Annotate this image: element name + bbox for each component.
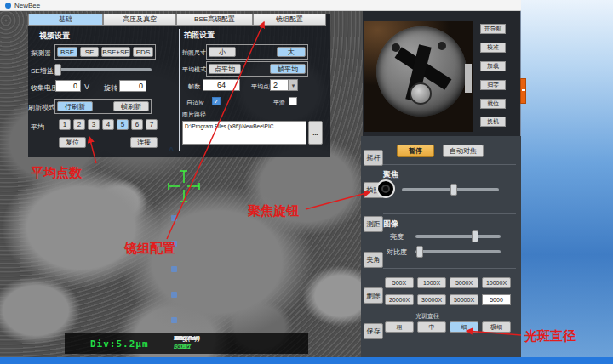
brightness-slider[interactable] [415,235,501,238]
taskbar[interactable] [0,357,613,364]
joystick-button[interactable]: 摇杆 [364,150,383,166]
window-titlebar[interactable]: NewBee [0,0,521,11]
mag-30000x-button[interactable]: 30000X [417,294,446,305]
measure-button[interactable]: 测距 [364,216,383,232]
avg-mode-frame-button[interactable]: 帧平均 [270,64,306,74]
contrast-slider[interactable] [415,250,501,253]
annotation-avg-points: 平均点数 [31,165,82,181]
crosshair-icon [167,169,201,203]
annotation-focus-knob: 聚焦旋钮 [248,203,299,219]
contrast-label: 对比度 [387,247,407,257]
detector-bse-se[interactable]: BSE+SE [101,47,130,57]
window-title: NewBee [14,2,40,9]
stage-screw [410,82,432,105]
calibrate-button[interactable]: 校准 [480,43,506,53]
load-button[interactable]: 加载 [480,61,506,71]
path-label: 图片路径 [182,111,206,119]
brightness-label: 亮度 [390,232,404,242]
tab-bse-advanced[interactable]: BSE高级配置 [176,14,253,26]
size-small-button[interactable]: 小 [209,47,236,57]
se-gain-slider-thumb[interactable] [54,64,61,76]
refresh-line-button[interactable]: 行刷新 [57,101,93,111]
adaptive-checkbox[interactable]: ✓ [212,97,221,105]
delete-button[interactable]: 删除 [364,287,383,304]
settings-overlay: 基础 高压及真空 BSE高级配置 镜组配置 视频设置 探测器 BSE SE BS… [28,14,330,157]
background-window-edge [520,78,526,104]
frames-input[interactable]: 64 [203,79,240,91]
mag-50000x-button[interactable]: 50000X [450,294,478,305]
control-panel: 摇杆 拍照 测距 夹角 删除 保存 暂停 自动对焦 聚焦 图像 亮度 对比度 [361,136,521,357]
spot-coarse-button[interactable]: 粗 [385,321,414,333]
se-gain-label: SE增益 [31,66,54,76]
average-3[interactable]: 3 [88,119,100,130]
switch-machine-button[interactable]: 换机 [480,117,506,127]
angle-button[interactable]: 夹角 [364,252,383,268]
average-label: 平均 [31,122,44,132]
average-5[interactable]: 5 [117,119,129,130]
chamber-camera-view [364,21,473,132]
spot-ultrafine-button[interactable]: 极细 [482,321,511,333]
refresh-frame-button[interactable]: 帧刷新 [113,101,149,111]
open-navigation-button[interactable]: 开导航 [480,24,506,34]
se-gain-slider[interactable] [54,68,152,71]
detector-bse[interactable]: BSE [57,47,77,57]
average-6[interactable]: 6 [131,119,143,130]
divider [383,213,516,214]
pause-button[interactable]: 暂停 [397,145,434,157]
refresh-mode-group: 行刷新 帧刷新 [54,99,152,114]
brightness-slider-thumb[interactable] [472,230,478,242]
detector-eds[interactable]: EDS [133,47,153,57]
adaptive-label: 自适应 [186,99,204,107]
background-window-detail [522,89,525,91]
mag-20000x-button[interactable]: 20000X [385,294,414,305]
autofocus-button[interactable]: 自动对焦 [443,145,484,157]
mag-10000x-button[interactable]: 10000X [482,277,511,288]
zero-button[interactable]: 归零 [480,80,506,90]
photo-panel-title: 拍照设置 [184,30,215,41]
average-1[interactable]: 1 [59,119,71,130]
annotation-spot-diameter: 光斑直径 [524,328,576,344]
rotation-input[interactable]: 0 [119,80,146,92]
collect-voltage-label: 收集电压 [31,83,58,93]
connect-button[interactable]: 连接 [130,137,158,148]
mag-5000x-button[interactable]: 5000X [450,277,478,288]
average-4[interactable]: 4 [102,119,114,130]
spot-fine-button[interactable]: 细 [450,321,478,333]
path-input[interactable]: D:\Program Files (x86)\NewBee\PIC [182,121,306,145]
tab-lens-config[interactable]: 镜组配置 [253,14,326,26]
average-2[interactable]: 2 [73,119,85,130]
in-position-button[interactable]: 就位 [480,99,506,109]
avg-points-select[interactable]: 2 [270,79,289,91]
smooth-checkbox[interactable] [289,97,297,105]
spot-medium-button[interactable]: 中 [417,321,446,333]
photo-size-group: 小 大 [206,44,308,60]
focus-slider-thumb[interactable] [450,184,457,196]
tab-basic[interactable]: 基础 [28,14,103,26]
save-button[interactable]: 保存 [364,323,383,339]
status-value: BSE [174,344,186,350]
rotation-label: 旋转 [104,83,117,93]
tool-icon[interactable] [171,266,177,272]
browse-button[interactable]: ... [308,121,323,145]
reset-button[interactable]: 复位 [59,137,86,148]
dropdown-arrow-icon[interactable]: ▾ [289,79,298,91]
average-group: 1 2 3 4 5 6 7 [59,119,158,130]
detector-se[interactable]: SE [80,47,99,57]
size-large-button[interactable]: 大 [277,47,306,57]
divider [383,164,516,165]
contrast-slider-thumb[interactable] [416,246,423,258]
avg-mode-point-button[interactable]: 点平均 [209,64,241,74]
tool-icon[interactable] [171,317,177,323]
mag-500x-button[interactable]: 500X [385,277,414,288]
mag-1000x-button[interactable]: 1000X [417,277,446,288]
average-7[interactable]: 7 [146,119,158,130]
focus-knob[interactable] [376,179,395,198]
photo-size-label: 拍照尺寸 [182,48,206,57]
tool-icon[interactable] [171,215,177,221]
tab-hv-vacuum[interactable]: 高压及真空 [103,14,176,26]
collect-voltage-input[interactable]: 0 [55,80,81,92]
focus-slider[interactable] [402,188,499,191]
tool-icon[interactable] [171,292,177,298]
mag-value-input[interactable]: 5000 [482,294,511,305]
spot-diameter-label: 光斑直径 [415,312,439,321]
